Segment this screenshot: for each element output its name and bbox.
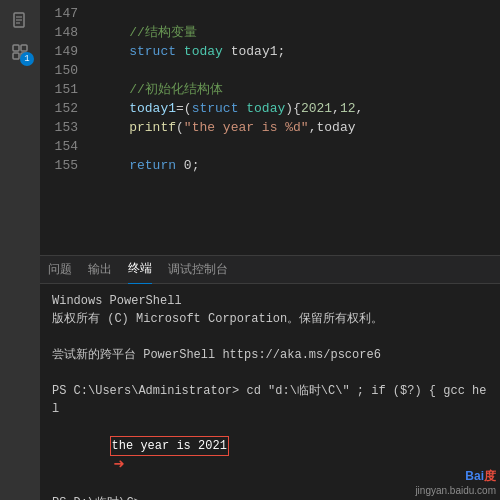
line-num-151: 151 <box>40 80 78 99</box>
terminal-line-blank-2 <box>52 364 488 382</box>
kw-struct-152: struct <box>192 101 239 116</box>
terminal-line-3: 尝试新的跨平台 PowerShell https://aka.ms/pscore… <box>52 346 488 364</box>
comma2-153: ,today <box>309 120 356 135</box>
terminal-line-0: Windows PowerShell <box>52 292 488 310</box>
terminal-line-1: 版权所有 (C) Microsoft Corporation。保留所有权利。 <box>52 310 488 328</box>
kw-return-155: return <box>129 158 176 173</box>
code-content: //结构变量 struct today today1; //初始化结构体 tod… <box>90 0 500 255</box>
code-line-148: //结构变量 <box>98 23 492 42</box>
kw-struct-149: struct <box>129 44 176 59</box>
line-num-155: 155 <box>40 156 78 175</box>
code-line-147 <box>98 4 492 23</box>
terminal-line-5: PS C:\Users\Administrator> cd "d:\临时\C\"… <box>52 382 488 418</box>
watermark: Bai度 jingyan.baidu.com <box>415 468 496 496</box>
fn-printf-153: printf <box>129 120 176 135</box>
equals-152: =( <box>176 101 192 116</box>
comment-148: //结构变量 <box>129 25 197 40</box>
var-today1-149: today1; <box>231 44 286 59</box>
code-line-152: today1=(struct today){2021,12, <box>98 99 492 118</box>
line-numbers: 147 148 149 150 151 152 153 154 155 <box>40 0 90 255</box>
line-num-154: 154 <box>40 137 78 156</box>
tab-problems[interactable]: 问题 <box>48 256 72 284</box>
num-12-152: 12 <box>340 101 356 116</box>
code-line-155: return 0; <box>98 156 492 175</box>
paren-153: ( <box>176 120 184 135</box>
comma-152: , <box>332 101 340 116</box>
arrow-icon: ➜ <box>114 456 125 474</box>
tab-terminal[interactable]: 终端 <box>128 255 152 284</box>
rest-152: , <box>356 101 364 116</box>
line-num-149: 149 <box>40 42 78 61</box>
svg-rect-5 <box>21 45 27 51</box>
type-today-152: today <box>238 101 285 116</box>
svg-rect-6 <box>13 53 19 59</box>
grid-icon[interactable]: 1 <box>8 40 32 64</box>
line-num-148: 148 <box>40 23 78 42</box>
terminal-tabs: 问题 输出 终端 调试控制台 <box>40 256 500 284</box>
line-num-153: 153 <box>40 118 78 137</box>
type-today-149: today <box>184 44 223 59</box>
notification-badge: 1 <box>20 52 34 66</box>
main-area: 147 148 149 150 151 152 153 154 155 //结构… <box>40 0 500 500</box>
comment-151: //初始化结构体 <box>129 82 223 97</box>
num-2021-152: 2021 <box>301 101 332 116</box>
line-num-150: 150 <box>40 61 78 80</box>
str-153: "the year is %d" <box>184 120 309 135</box>
svg-rect-4 <box>13 45 19 51</box>
code-line-154 <box>98 137 492 156</box>
terminal-line-blank-1 <box>52 328 488 346</box>
zero-155: 0; <box>176 158 199 173</box>
tab-output[interactable]: 输出 <box>88 256 112 284</box>
code-line-151: //初始化结构体 <box>98 80 492 99</box>
code-line-153: printf("the year is %d",today <box>98 118 492 137</box>
brace-152: ){ <box>285 101 301 116</box>
code-line-150 <box>98 61 492 80</box>
code-line-149: struct today today1; <box>98 42 492 61</box>
watermark-url: jingyan.baidu.com <box>415 485 496 496</box>
watermark-logo: Bai度 <box>415 468 496 485</box>
tab-debug-console[interactable]: 调试控制台 <box>168 256 228 284</box>
line-num-152: 152 <box>40 99 78 118</box>
highlighted-output: the year is 2021 <box>110 436 229 456</box>
editor-area: 147 148 149 150 151 152 153 154 155 //结构… <box>40 0 500 255</box>
line-num-147: 147 <box>40 4 78 23</box>
sidebar: 1 <box>0 0 40 500</box>
var-today1-152: today1 <box>129 101 176 116</box>
terminal-panel: 问题 输出 终端 调试控制台 Windows PowerShell 版权所有 (… <box>40 255 500 500</box>
files-icon[interactable] <box>8 8 32 32</box>
